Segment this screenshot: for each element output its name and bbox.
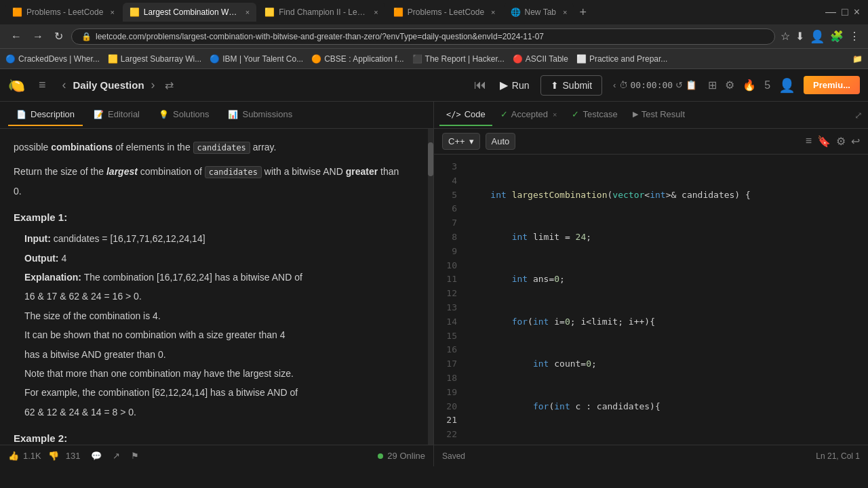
tab2-close[interactable]: × — [245, 8, 250, 16]
browser-tab-4[interactable]: 🟧 Problems - LeetCode × — [387, 3, 502, 22]
bookmark-6[interactable]: 🔴 ASCII Table — [513, 54, 568, 64]
user-avatar[interactable]: 👤 — [778, 77, 795, 94]
tab-solutions[interactable]: 💡 Solutions — [151, 104, 217, 126]
accepted-close[interactable]: × — [553, 110, 557, 119]
bookmark-3[interactable]: 🔵 IBM | Your Talent Co... — [210, 54, 303, 64]
browser-tab-3[interactable]: 🟨 Find Champion II - LeetCo... × — [258, 3, 384, 22]
bookmark-4[interactable]: 🟠 CBSE : Application f... — [311, 54, 403, 64]
left-scrollbar[interactable] — [428, 129, 433, 445]
code-tab-label: Code — [465, 109, 486, 119]
shuffle-button[interactable]: ⇄ — [162, 76, 176, 94]
refresh-button[interactable]: ↻ — [52, 28, 66, 44]
left-scroll-thumb[interactable] — [428, 142, 433, 176]
menu-icon[interactable]: ⋮ — [849, 30, 860, 43]
extensions-icon[interactable]: 🧩 — [830, 30, 844, 43]
tab-description[interactable]: 📄 Description — [8, 104, 83, 126]
largest-bold: largest — [106, 166, 138, 177]
left-panel-tabs: 📄 Description 📝 Editorial 💡 Solutions 📊 … — [0, 102, 433, 129]
timer-prev-button[interactable]: ‹ — [613, 80, 616, 90]
example1-details: Input: candidates = [16,17,71,62,12,24,1… — [14, 231, 414, 420]
tab4-label: Problems - LeetCode — [408, 7, 484, 17]
profile-icon[interactable]: 👤 — [810, 29, 825, 44]
online-dot — [378, 453, 383, 459]
num-24: 24 — [576, 232, 587, 242]
bottom-bar-right: Saved Ln 21, Col 1 — [434, 445, 868, 466]
code-line-7: int count=0; — [469, 357, 860, 371]
next-problem-button[interactable]: › — [149, 75, 158, 95]
tab-editorial[interactable]: 📝 Editorial — [85, 104, 148, 126]
prev-problem-button[interactable]: ‹ — [60, 75, 69, 95]
expand-icon[interactable]: ⤢ — [854, 110, 863, 121]
solutions-icon: 💡 — [159, 110, 169, 119]
upload-icon: ⬆ — [551, 80, 559, 91]
all-bookmarks-icon[interactable]: 📁 — [852, 54, 863, 64]
browser-tab-5[interactable]: 🌐 New Tab × — [504, 3, 574, 22]
font-size-selector[interactable]: Auto — [486, 133, 516, 150]
undo-icon[interactable]: ↩ — [851, 135, 860, 148]
tab1-close[interactable]: × — [110, 8, 114, 16]
comment-icon[interactable]: 💬 — [91, 451, 102, 461]
close-window-button[interactable]: × — [854, 6, 860, 18]
problem-line-3: 0. — [14, 184, 414, 199]
settings-code-icon[interactable]: ⚙ — [836, 135, 846, 148]
tab-accepted[interactable]: ✓ Accepted × — [494, 104, 564, 126]
grid-icon[interactable]: ⊞ — [708, 79, 717, 92]
download-icon[interactable]: ⬇ — [795, 30, 804, 43]
back-button[interactable]: ← — [8, 29, 24, 44]
browser-tab-2[interactable]: 🟨 Largest Combination With B... × — [123, 3, 256, 22]
run-label: Run — [512, 80, 530, 91]
lang-dropdown-icon: ▾ — [469, 136, 474, 146]
tab5-close[interactable]: × — [563, 8, 567, 16]
bookmark-5[interactable]: ⬛ The Report | Hacker... — [412, 54, 505, 64]
ln-9: 9 — [442, 245, 457, 259]
code-editor[interactable]: int largestCombination(vector<int>& cand… — [461, 155, 868, 445]
premium-button[interactable]: Premiu... — [804, 76, 860, 94]
online-count: 29 Online — [387, 451, 425, 461]
bookmark6-label: ASCII Table — [526, 54, 568, 64]
tab4-close[interactable]: × — [491, 8, 495, 16]
bookmark3-label: IBM | Your Talent Co... — [222, 54, 303, 64]
browser-tab-1[interactable]: 🟧 Problems - LeetCode × — [5, 3, 121, 22]
settings-icon[interactable]: ⚙ — [725, 79, 734, 92]
greater-bold: greater — [346, 166, 378, 177]
code-line-3: int largestCombination(vector<int>& cand… — [469, 188, 860, 203]
flag-icon[interactable]: ⚑ — [131, 451, 139, 461]
run-button[interactable]: ▶ Run — [492, 75, 538, 96]
bookmark-7[interactable]: ⬜ Practice and Prepar... — [576, 54, 667, 64]
thumbdown-icon[interactable]: 👎 — [48, 451, 59, 461]
right-panel: </> Code ✓ Accepted × ✓ Testcase ▶ Test … — [434, 102, 868, 466]
new-tab-button[interactable]: + — [575, 5, 591, 20]
description-icon: 📄 — [16, 110, 26, 119]
tab-testresult[interactable]: ▶ Test Result — [626, 104, 692, 126]
bookmark6-icon: 🔴 — [513, 54, 523, 64]
tab-testcase[interactable]: ✓ Testcase — [565, 104, 624, 126]
code-line-6: for(int i=0; i<limit; i++){ — [469, 315, 860, 329]
tab-code[interactable]: </> Code — [439, 104, 492, 126]
submit-button[interactable]: ⬆ Submit — [540, 75, 603, 96]
tab-submissions[interactable]: 📊 Submissions — [220, 104, 300, 126]
maximize-button[interactable]: □ — [842, 6, 848, 18]
bottom-bar-left: 👍 1.1K 👎 131 💬 ↗ ⚑ 29 Online — [0, 445, 433, 466]
ln-3: 3 — [442, 160, 457, 174]
forward-button[interactable]: → — [30, 29, 46, 44]
url-bar[interactable]: 🔒 leetcode.com/problems/largest-combinat… — [71, 28, 775, 45]
language-selector[interactable]: C++ ▾ — [442, 133, 480, 150]
ln-22: 22 — [442, 428, 457, 442]
ln-13: 13 — [442, 301, 457, 315]
candidates-inline-2: candidates — [205, 166, 262, 178]
clipboard-button[interactable]: 📋 — [686, 80, 697, 90]
thumbup-icon[interactable]: 👍 — [8, 451, 19, 461]
list-icon[interactable]: ≡ — [806, 135, 812, 148]
tab3-close[interactable]: × — [374, 8, 378, 16]
bookmark7-icon: ⬜ — [576, 54, 587, 64]
share-icon[interactable]: ↗ — [113, 451, 120, 461]
bookmark-star-icon[interactable]: ☆ — [781, 30, 790, 43]
kw-int-8: int — [554, 401, 570, 411]
minimize-button[interactable]: — — [825, 6, 836, 18]
bookmark-2[interactable]: 🟨 Largest Subarray Wi... — [108, 54, 201, 64]
timer-reset-button[interactable]: ↺ — [675, 80, 683, 90]
sidebar-toggle-button[interactable]: ≡ — [36, 75, 49, 95]
bookmark-1[interactable]: 🔵 CrackedDevs | Wher... — [5, 54, 100, 64]
skip-back-button[interactable]: ⏮ — [471, 75, 489, 95]
bookmark-icon[interactable]: 🔖 — [817, 135, 831, 148]
